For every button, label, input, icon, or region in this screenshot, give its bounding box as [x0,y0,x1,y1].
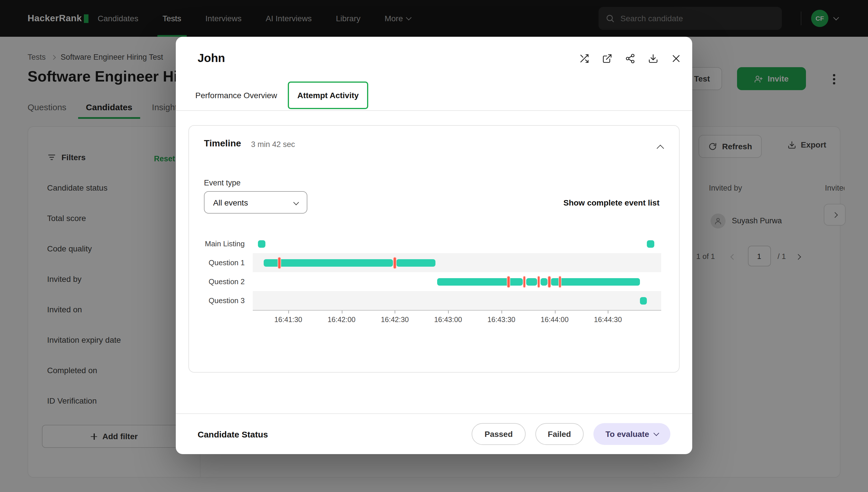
timeline-row: Main Listing [189,234,661,253]
timeline-row-label: Question 1 [189,259,245,267]
event-type-select[interactable]: All events [204,191,307,214]
activity-bar[interactable] [263,259,393,266]
chevron-down-icon [293,199,299,205]
candidate-status-label: Candidate Status [197,429,268,439]
divider [176,110,692,111]
activity-bar[interactable] [438,278,523,285]
timeline-row: Question 3 [189,291,661,310]
time-axis: 16:41:3016:42:0016:42:3016:43:0016:43:30… [253,310,661,334]
to-evaluate-button[interactable]: To evaluate [593,423,671,445]
event-marker[interactable] [548,276,550,287]
axis-tick-label: 16:41:30 [274,316,302,324]
event-marker[interactable] [508,276,510,287]
modal-actions [579,52,682,64]
shuffle-icon[interactable] [579,52,590,64]
status-buttons: Passed Failed To evaluate [472,423,671,445]
collapse-button[interactable] [658,143,663,153]
candidate-report-modal: John Performance Overvie [176,37,692,454]
activity-bar[interactable] [640,297,647,304]
activity-bar[interactable] [526,278,537,285]
modal-header: John [176,37,692,65]
share-icon[interactable] [625,52,636,64]
annotation-box: Attempt Activity [288,81,368,109]
axis-tick-label: 16:42:30 [381,316,409,324]
event-type-value: All events [213,198,294,207]
activity-timeline-chart: Main ListingQuestion 1Question 2Question… [189,234,679,334]
timeline-duration: 3 min 42 sec [251,140,295,149]
screen: HackerRank Candidates Tests Interviews A… [0,0,868,492]
event-type-label: Event type [204,178,241,187]
open-in-new-icon[interactable] [602,52,613,64]
axis-tick-label: 16:44:00 [541,316,568,324]
event-marker[interactable] [394,257,396,268]
close-icon[interactable] [671,52,682,64]
activity-bar[interactable] [258,240,265,247]
passed-button[interactable]: Passed [472,423,525,445]
axis-tick-label: 16:43:30 [487,316,515,324]
tab-performance-overview[interactable]: Performance Overview [195,91,277,100]
timeline-row: Question 2 [189,272,661,291]
timeline-card: Timeline 3 min 42 sec Event type All eve… [188,125,680,373]
timeline-row-track [253,272,661,291]
modal-footer: Candidate Status Passed Failed To evalua… [176,413,692,454]
chevron-down-icon [653,430,659,436]
event-marker[interactable] [278,257,280,268]
activity-bar[interactable] [551,278,640,285]
axis-tick-label: 16:42:00 [327,316,355,324]
timeline-row-label: Main Listing [189,239,245,248]
activity-bar[interactable] [647,240,654,247]
download-icon[interactable] [648,52,659,64]
axis-tick-label: 16:43:00 [434,316,462,324]
event-marker[interactable] [559,276,561,287]
event-marker[interactable] [538,276,540,287]
timeline-row-track [253,234,661,253]
timeline-row: Question 1 [189,253,661,272]
timeline-row-label: Question 3 [189,296,245,305]
activity-bar[interactable] [541,278,548,285]
timeline-title: Timeline [204,138,241,149]
tab-attempt-activity[interactable]: Attempt Activity [297,91,359,100]
activity-bar[interactable] [397,259,436,266]
failed-button[interactable]: Failed [535,423,584,445]
candidate-name-title: John [197,52,225,65]
event-marker[interactable] [523,276,525,287]
timeline-row-label: Question 2 [189,277,245,286]
timeline-row-track [253,253,661,272]
timeline-row-track [253,291,661,310]
modal-tabs: Performance Overview Attempt Activity [176,81,692,110]
show-complete-event-list-link[interactable]: Show complete event list [563,198,659,207]
axis-tick-label: 16:44:30 [594,316,622,324]
